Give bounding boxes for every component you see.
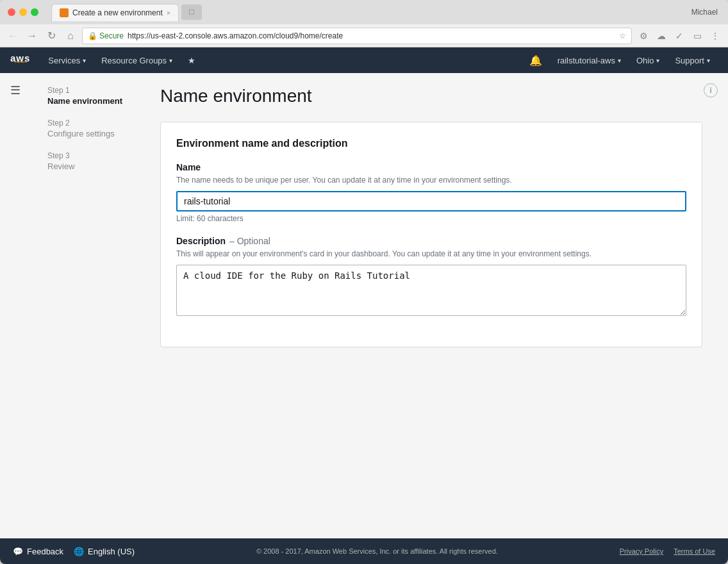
step-2-label: Step 2 — [47, 119, 145, 128]
hamburger-icon[interactable]: ☰ — [10, 84, 21, 97]
step-3-label: Step 3 — [47, 151, 145, 160]
step-1-label: Step 1 — [47, 86, 145, 95]
desc-label-main: Description — [176, 236, 226, 246]
region-label: Ohio — [636, 56, 654, 65]
refresh-button[interactable]: ↻ — [44, 28, 59, 44]
notifications-bell-icon[interactable]: 🔔 — [522, 54, 550, 67]
resource-groups-chevron: ▾ — [169, 57, 172, 64]
aws-logo-smile: ⁀⁀⁀ — [15, 63, 26, 68]
services-nav-item[interactable]: Services ▾ — [40, 47, 94, 73]
forward-button[interactable]: → — [24, 28, 40, 44]
new-tab-button[interactable]: ☐ — [181, 4, 202, 20]
profile-icon[interactable]: ☁ — [654, 28, 669, 44]
environment-name-card: Environment name and description Name Th… — [160, 122, 702, 347]
steps-sidebar: Step 1 Name environment Step 2 Configure… — [32, 73, 160, 538]
tab-bar: Create a new environment × ☐ — [51, 4, 720, 21]
feedback-label: Feedback — [27, 547, 63, 556]
services-chevron: ▾ — [83, 57, 86, 64]
lang-label: English (US) — [88, 547, 135, 556]
terms-of-use-link[interactable]: Terms of Use — [674, 547, 715, 555]
url-text[interactable]: https://us-east-2.console.aws.amazon.com… — [128, 31, 615, 40]
bookmarks-nav-item[interactable]: ★ — [180, 47, 203, 73]
aws-logo-text: aws — [10, 53, 30, 63]
content-area: i Name environment Environment name and … — [160, 73, 728, 538]
tab-close-icon[interactable]: × — [167, 9, 170, 17]
name-description: The name needs to be unique per user. Yo… — [176, 175, 686, 186]
address-bar: ← → ↻ ⌂ 🔒 Secure https://us-east-2.conso… — [0, 24, 728, 47]
name-label: Name — [176, 162, 686, 172]
cast-icon[interactable]: ▭ — [690, 28, 705, 44]
support-label: Support — [675, 56, 704, 65]
desc-description: This will appear on your environment's c… — [176, 249, 686, 260]
feedback-icon: 💬 — [13, 547, 23, 556]
info-icon[interactable]: i — [704, 83, 718, 97]
language-selector[interactable]: 🌐 English (US) — [74, 547, 135, 556]
step-1-title: Name environment — [47, 96, 145, 106]
aws-navbar: aws ⁀⁀⁀ Services ▾ Resource Groups ▾ ★ 🔔… — [0, 47, 728, 73]
region-chevron: ▾ — [656, 57, 659, 64]
resource-groups-label: Resource Groups — [101, 56, 167, 65]
back-button[interactable]: ← — [5, 28, 21, 44]
url-bar[interactable]: 🔒 Secure https://us-east-2.console.aws.a… — [82, 28, 632, 44]
name-form-group: Name The name needs to be unique per use… — [176, 162, 686, 223]
browser-titlebar: Create a new environment × ☐ Michael — [0, 0, 728, 24]
close-button[interactable] — [8, 8, 15, 16]
feedback-button[interactable]: 💬 Feedback — [13, 547, 63, 556]
support-nav-item[interactable]: Support ▾ — [667, 47, 718, 73]
privacy-policy-link[interactable]: Privacy Policy — [620, 547, 663, 555]
desc-label-container: Description – Optional — [176, 236, 686, 246]
active-tab[interactable]: Create a new environment × — [51, 4, 179, 21]
globe-icon: 🌐 — [74, 547, 84, 556]
step-3: Step 3 Review — [47, 151, 145, 171]
name-input[interactable] — [176, 191, 686, 212]
page-title: Name environment — [160, 86, 702, 106]
browser-user: Michael — [691, 8, 718, 17]
step-2-title: Configure settings — [47, 129, 145, 138]
description-form-group: Description – Optional This will appear … — [176, 236, 686, 319]
fullscreen-button[interactable] — [31, 8, 38, 16]
bookmark-icon[interactable]: ☆ — [619, 31, 626, 40]
aws-logo[interactable]: aws ⁀⁀⁀ — [10, 53, 30, 68]
step-2: Step 2 Configure settings — [47, 119, 145, 138]
services-label: Services — [48, 56, 80, 65]
home-button[interactable]: ⌂ — [63, 28, 78, 44]
card-title: Environment name and description — [176, 138, 686, 149]
tab-title: Create a new environment — [72, 8, 163, 17]
name-limit: Limit: 60 characters — [176, 214, 686, 223]
tab-favicon — [60, 8, 69, 17]
settings-icon[interactable]: ⋮ — [707, 28, 723, 44]
check-icon[interactable]: ✓ — [672, 28, 687, 44]
region-nav-item[interactable]: Ohio ▾ — [629, 47, 667, 73]
resource-groups-nav-item[interactable]: Resource Groups ▾ — [94, 47, 180, 73]
step-1: Step 1 Name environment — [47, 86, 145, 106]
lock-icon: 🔒 — [88, 31, 97, 40]
user-chevron: ▾ — [618, 57, 621, 64]
support-chevron: ▾ — [707, 57, 710, 64]
bookmarks-icon: ★ — [188, 56, 195, 65]
addr-right-icons: ⚙ ☁ ✓ ▭ ⋮ — [636, 28, 723, 44]
traffic-lights — [8, 8, 38, 16]
sidebar-toggle[interactable]: ☰ — [0, 73, 32, 538]
main-area: ☰ Step 1 Name environment Step 2 Configu… — [0, 73, 728, 538]
user-nav-item[interactable]: railstutorial-aws ▾ — [550, 47, 629, 73]
browser-window: Create a new environment × ☐ Michael ← →… — [0, 0, 728, 564]
minimize-button[interactable] — [19, 8, 27, 16]
footer: 💬 Feedback 🌐 English (US) © 2008 - 2017,… — [0, 538, 728, 564]
step-3-title: Review — [47, 162, 145, 171]
desc-label-optional: – Optional — [229, 236, 270, 246]
description-textarea[interactable]: A cloud IDE for the Ruby on Rails Tutori… — [176, 265, 686, 316]
copyright-text: © 2008 - 2017, Amazon Web Services, Inc.… — [145, 547, 609, 555]
secure-indicator: 🔒 Secure — [88, 31, 124, 40]
extensions-icon[interactable]: ⚙ — [636, 28, 651, 44]
user-name-label: railstutorial-aws — [558, 56, 615, 65]
nav-right: 🔔 railstutorial-aws ▾ Ohio ▾ Support ▾ — [522, 47, 718, 73]
